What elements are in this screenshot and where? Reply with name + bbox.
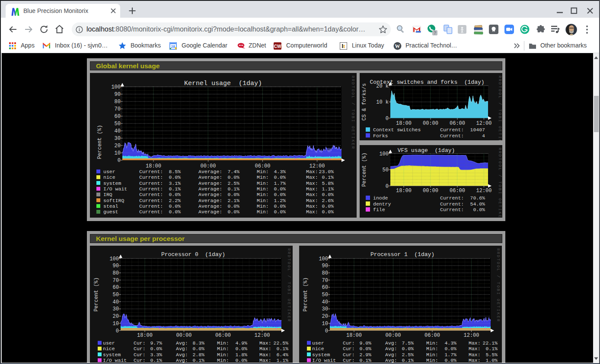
svg-text:Current:: Current: (139, 192, 163, 197)
svg-text:9.0%: 9.0% (359, 340, 371, 346)
svg-text:90: 90 (113, 263, 119, 269)
svg-text:9.7%: 9.7% (150, 340, 162, 346)
svg-text:nice: nice (103, 346, 115, 351)
svg-text:Min:: Min: (257, 209, 269, 215)
svg-text:Min:: Min: (217, 340, 229, 346)
svg-text:0.0%: 0.0% (322, 192, 334, 197)
svg-text:10 k: 10 k (376, 99, 389, 105)
svg-text:0: 0 (118, 158, 121, 164)
svg-text:Cur:: Cur: (343, 340, 355, 346)
svg-text:50: 50 (113, 292, 119, 298)
svg-text:5.5%: 5.5% (485, 352, 498, 358)
svg-text:50: 50 (383, 167, 389, 173)
svg-text:Kernel usage (1day): Kernel usage (1day) (184, 80, 262, 87)
svg-text:18:00: 18:00 (146, 163, 161, 169)
svg-text:Current:: Current: (440, 201, 464, 207)
svg-text:?: ? (434, 31, 436, 35)
svg-text:8.3%: 8.3% (192, 340, 204, 346)
svg-text:0.0%: 0.0% (169, 203, 181, 209)
svg-text:0.0%: 0.0% (473, 207, 485, 212)
svg-text:2.6%: 2.6% (322, 198, 334, 203)
svg-text:Max:: Max: (469, 340, 481, 346)
svg-text:steal: steal (103, 203, 118, 209)
svg-text:Avg:: Avg: (385, 346, 397, 351)
svg-text:12:00: 12:00 (463, 332, 479, 339)
svg-text:Min:: Min: (217, 346, 229, 351)
svg-text:Min:: Min: (257, 203, 269, 209)
svg-text:40: 40 (322, 299, 328, 305)
svg-text:00:00: 00:00 (385, 332, 401, 339)
svg-text:Average:: Average: (198, 209, 222, 215)
svg-text:0.1%: 0.1% (276, 346, 288, 351)
svg-text:2.5%: 2.5% (227, 180, 239, 186)
svg-text:60: 60 (113, 285, 119, 291)
svg-text:0: 0 (116, 328, 119, 334)
svg-text:12:00: 12:00 (309, 163, 325, 169)
svg-text:RRDTOOL / TOBI OETIKER: RRDTOOL / TOBI OETIKER (496, 248, 500, 323)
svg-text:06:00: 06:00 (450, 120, 465, 127)
svg-text:system: system (103, 352, 121, 358)
svg-text:Current:: Current: (139, 174, 163, 180)
svg-text:RRDTOOL / TOBI OETIKER: RRDTOOL / TOBI OETIKER (351, 76, 355, 150)
svg-text:Cur:: Cur: (343, 346, 355, 351)
svg-text:4: 4 (482, 133, 485, 139)
svg-text:0.0%: 0.0% (274, 192, 286, 197)
svg-text:22.5%: 22.5% (273, 340, 288, 346)
svg-text:Forks: Forks (373, 133, 388, 139)
svg-text:IRQ: IRQ (103, 192, 112, 197)
svg-text:90: 90 (322, 263, 328, 269)
svg-text:Average:: Average: (198, 198, 222, 203)
svg-text:Current:: Current: (440, 207, 464, 212)
svg-text:CW: CW (274, 44, 281, 49)
svg-text:0: 0 (386, 116, 389, 122)
svg-text:0: 0 (325, 328, 328, 334)
svg-text:Cur:: Cur: (134, 346, 146, 351)
svg-text:Max:: Max: (306, 186, 318, 192)
svg-text:70: 70 (113, 278, 119, 284)
svg-text:Max:: Max: (306, 198, 318, 203)
svg-text:2.2%: 2.2% (169, 198, 181, 203)
svg-text:Min:: Min: (257, 180, 269, 186)
svg-text:80: 80 (113, 270, 119, 276)
svg-text:W: W (395, 43, 400, 49)
svg-text:0.0%: 0.0% (444, 346, 456, 351)
svg-text:8.5%: 8.5% (169, 169, 181, 174)
svg-text:20 k: 20 k (376, 83, 389, 89)
svg-text:user: user (103, 340, 115, 346)
svg-text:20: 20 (113, 313, 119, 320)
svg-text:100: 100 (111, 84, 121, 90)
svg-text:Processor 1 (1day): Processor 1 (1day) (370, 251, 434, 258)
svg-text:0.0%: 0.0% (227, 209, 239, 215)
svg-text:Min:: Min: (257, 174, 269, 180)
svg-text:06:00: 06:00 (424, 332, 440, 339)
svg-text:3.3%: 3.3% (150, 352, 162, 358)
svg-text:RRDTOOL / TOBI OETIKER: RRDTOOL / TOBI OETIKER (498, 148, 502, 218)
svg-text:30: 30 (113, 306, 119, 312)
svg-text:RRDTOOL / TOBI OETIKER: RRDTOOL / TOBI OETIKER (498, 76, 502, 140)
svg-text:22.1%: 22.1% (482, 340, 498, 346)
svg-text:18:00: 18:00 (396, 188, 412, 194)
svg-text:Min:: Min: (257, 169, 269, 174)
svg-text:Min:: Min: (426, 340, 438, 346)
svg-text:0.0%: 0.0% (169, 192, 181, 197)
svg-text:Min:: Min: (426, 346, 438, 351)
svg-text:Max:: Max: (306, 209, 318, 215)
svg-text:10: 10 (322, 321, 328, 327)
svg-text:Max:: Max: (259, 340, 271, 346)
svg-text:Current:: Current: (139, 209, 163, 215)
svg-text:Current:: Current: (440, 127, 464, 133)
svg-text:Max:: Max: (306, 180, 318, 186)
svg-text:0.0%: 0.0% (192, 346, 204, 351)
svg-text:Avg:: Avg: (385, 340, 397, 346)
svg-text:Max:: Max: (306, 169, 318, 174)
svg-text:0.0%: 0.0% (274, 174, 286, 180)
svg-text:Current:: Current: (440, 195, 464, 201)
svg-text:0.1%: 0.1% (169, 186, 181, 192)
svg-text:Current:: Current: (440, 133, 464, 139)
svg-text:Percent (%): Percent (%) (93, 277, 99, 311)
svg-text:00:00: 00:00 (200, 163, 216, 169)
svg-text:Max:: Max: (306, 192, 318, 197)
svg-text:Average:: Average: (198, 203, 222, 209)
svg-text:Percent (%): Percent (%) (361, 152, 367, 187)
svg-text:nice: nice (312, 346, 324, 351)
